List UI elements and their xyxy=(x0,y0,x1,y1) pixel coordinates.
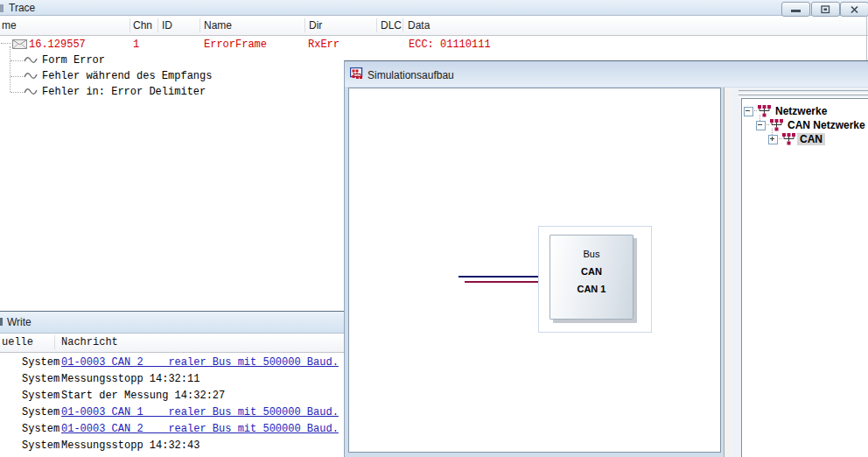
write-window: Write uelle Nachricht System01-0003 CAN … xyxy=(0,311,350,457)
write-row[interactable]: System01-0003 CAN 2 realer Bus mit 50000… xyxy=(0,354,350,370)
network-pane: NetzwerkeCAN NetzwerkeCAN xyxy=(732,88,868,457)
trace-detail-text: Fehler während des Empfangs xyxy=(42,70,212,82)
write-message: Messungsstopp 14:32:11 xyxy=(61,373,200,385)
error-time: 16.129557 xyxy=(29,39,86,51)
tree-label[interactable]: CAN xyxy=(797,133,825,145)
tree-item-can[interactable]: CAN xyxy=(742,132,868,146)
bus-type-label: Bus xyxy=(550,249,633,259)
column-separator[interactable] xyxy=(200,18,200,32)
write-row[interactable]: System01-0003 CAN 1 realer Bus mit 50000… xyxy=(0,404,350,420)
error-detail-icon xyxy=(24,88,38,95)
error-detail-icon xyxy=(24,56,38,64)
simulation-canvas[interactable]: Bus CAN CAN 1 xyxy=(348,88,721,453)
simulation-setup-icon xyxy=(350,67,365,81)
minimize-button[interactable] xyxy=(781,2,810,17)
trace-detail-text: Form Error xyxy=(42,54,105,67)
write-source: System xyxy=(22,373,60,385)
canoe-desktop: { "trace": { "title": "Trace", "columns"… xyxy=(0,0,868,457)
close-button[interactable] xyxy=(840,2,868,17)
error-frame-icon xyxy=(12,39,27,49)
bus-channel-label: CAN 1 xyxy=(550,284,633,294)
error-name: ErrorFrame xyxy=(204,39,267,51)
write-source: System xyxy=(22,356,60,369)
simulation-setup-titlebar[interactable]: Simulationsaufbau xyxy=(345,61,868,87)
write-source: System xyxy=(22,439,60,452)
trace-window-title: Trace xyxy=(9,2,35,14)
simulation-setup-window: Simulationsaufbau Bus CAN CAN 1 Netzwerk… xyxy=(344,60,868,457)
maximize-icon xyxy=(821,5,830,14)
write-column-header[interactable]: uelle Nachricht xyxy=(0,334,350,353)
column-separator[interactable] xyxy=(54,335,55,349)
write-row[interactable]: SystemMessungsstopp 14:32:43 xyxy=(0,437,350,453)
write-source: System xyxy=(22,423,60,435)
column-separator[interactable] xyxy=(158,18,158,32)
can-bus-wire-high[interactable] xyxy=(458,276,538,278)
can-bus-wire-low[interactable] xyxy=(465,281,538,283)
write-message: Start der Messung 14:32:27 xyxy=(61,390,225,402)
bus-name-label: CAN xyxy=(550,266,633,277)
column-separator[interactable] xyxy=(130,18,130,32)
write-column-message[interactable]: Nachricht xyxy=(61,336,118,348)
trace-column-data[interactable]: Data xyxy=(408,19,430,32)
column-separator[interactable] xyxy=(402,18,403,32)
close-icon xyxy=(850,5,859,14)
tree-label[interactable]: Netzwerke xyxy=(773,105,830,117)
write-column-source[interactable]: uelle xyxy=(2,336,33,348)
error-detail-icon xyxy=(24,72,38,80)
write-source: System xyxy=(22,406,60,418)
trace-column-name[interactable]: Name xyxy=(204,19,232,32)
network-icon xyxy=(781,133,796,145)
trace-column-dlc[interactable]: DLC xyxy=(381,19,402,32)
can-bus-block[interactable]: Bus CAN CAN 1 xyxy=(550,235,634,320)
error-channel: 1 xyxy=(133,39,139,51)
column-separator[interactable] xyxy=(376,18,377,32)
minimize-icon xyxy=(791,5,802,13)
tree-label[interactable]: CAN Netzwerke xyxy=(785,119,868,131)
trace-titlebar[interactable]: Trace xyxy=(0,0,868,16)
network-tree: NetzwerkeCAN NetzwerkeCAN xyxy=(741,98,868,457)
write-row[interactable]: SystemMessungsstopp 14:32:11 xyxy=(0,370,350,387)
simulation-setup-title: Simulationsaufbau xyxy=(368,69,454,81)
error-data: ECC: 01110111 xyxy=(409,39,491,51)
tree-item-can-netzwerke[interactable]: CAN Netzwerke xyxy=(742,118,868,132)
trace-detail-text: Fehler in: Error Delimiter xyxy=(42,86,206,98)
write-row[interactable]: SystemStart der Messung 14:32:27 xyxy=(0,387,350,404)
trace-column-header[interactable]: meChnIDNameDirDLCData xyxy=(0,17,868,36)
error-direction: RxErr xyxy=(308,39,340,51)
trace-window-icon xyxy=(0,4,4,12)
trace-column-me[interactable]: me xyxy=(2,19,17,32)
write-message-link[interactable]: 01-0003 CAN 1 realer Bus mit 500000 Baud… xyxy=(61,406,339,418)
write-message: Messungsstopp 14:32:43 xyxy=(61,439,200,452)
write-window-icon xyxy=(0,318,3,326)
maximize-button[interactable] xyxy=(811,2,840,17)
trace-column-chn[interactable]: Chn xyxy=(133,19,152,32)
write-row[interactable]: System01-0003 CAN 2 realer Bus mit 50000… xyxy=(0,420,350,437)
write-message-link[interactable]: 01-0003 CAN 2 realer Bus mit 500000 Baud… xyxy=(61,356,339,369)
write-message-link[interactable]: 01-0003 CAN 2 realer Bus mit 500000 Baud… xyxy=(61,423,339,435)
trace-column-id[interactable]: ID xyxy=(162,19,172,32)
column-separator[interactable] xyxy=(304,18,305,32)
write-source: System xyxy=(22,390,60,402)
trace-error-row[interactable]: 16.129557 1 ErrorFrame RxErr ECC: 011101… xyxy=(0,37,868,53)
write-titlebar[interactable]: Write xyxy=(0,312,350,334)
write-window-title: Write xyxy=(7,316,32,328)
pane-grip[interactable] xyxy=(738,90,868,94)
trace-column-dir[interactable]: Dir xyxy=(309,19,322,32)
